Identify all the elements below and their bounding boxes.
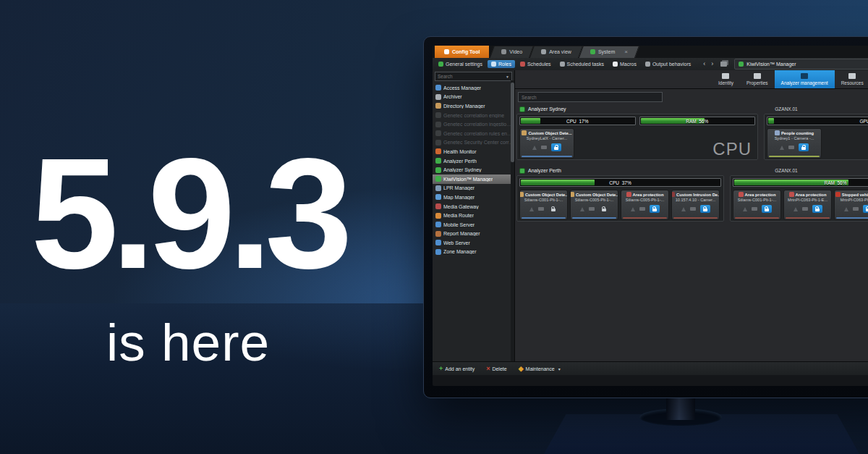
detail-tab-properties[interactable]: Properties [740,70,775,88]
lock-glyph [551,209,556,212]
back-icon[interactable]: ‹ [703,61,705,67]
toolbar-button-schedules[interactable]: Schedules [516,60,555,68]
camera-tile[interactable]: Area protectionStliams-C001-Plt-1-... [733,190,781,220]
tab-config-tool[interactable]: Config Tool [435,46,489,58]
sidebar-item-directory-manager[interactable]: Directory Manager [433,101,514,111]
sidebar-item-media-router[interactable]: Media Router [433,211,514,220]
toolbar-button-general-settings[interactable]: General settings [435,60,486,68]
area-protection-icon [789,192,794,197]
camera-tile[interactable]: Custom Object Dete...SydneyLaIX - Camer.… [519,128,574,159]
sidebar-item-mobile-server[interactable]: Mobile Server [433,220,514,230]
lock-icon[interactable] [548,205,558,213]
panes-icon[interactable] [720,62,727,67]
camera-tile[interactable]: Area protectionStliams-C005-Plt-1-... [621,190,669,220]
sidebar-item-access-manager[interactable]: Access Manager [433,83,514,93]
lock-icon[interactable] [599,205,609,213]
plus-icon: + [439,366,443,372]
sidebar-item-archiver[interactable]: Archiver [433,93,514,102]
sidebar-item-lpr-manager[interactable]: LPR Manager [433,184,514,193]
tab-label: Area view [549,49,571,54]
sidebar-item-label: KiwiVision™ Manager [443,177,493,182]
section-title: Analyzer Perth [528,168,561,173]
machine-panel: CPU 17%RAM 56%Custom Object Dete...Sydne… [516,114,758,160]
bottom-action-bar: +Add an entity×Delete◆Maintenance▾ [433,361,868,375]
bottom-button-maintenance[interactable]: ◆Maintenance▾ [519,366,561,372]
tiles-row: Custom Object Dete...Stliams-C001-Plt-1-… [519,190,721,220]
sidebar-scrollbar[interactable] [511,80,514,366]
sidebar-item-web-server[interactable]: Web Server [433,238,514,248]
tile-header: Custom Intrusion De... [672,192,719,197]
detail-tab-analyzer-management[interactable]: Analyzer management [775,70,835,88]
toolbar-button-scheduled-tasks[interactable]: Scheduled tasks [556,60,608,68]
custom-object-detection-icon [571,192,574,197]
sidebar-item-kiwivision-manager[interactable]: KiwiVision™ Manager [433,175,514,184]
usage-bars: CPU 17%RAM 56% [519,117,755,125]
tile-title: Area protection [633,193,664,197]
toolbar-button-label: Output behaviors [652,62,691,67]
bottom-button-add-an-entity[interactable]: +Add an entity [439,366,475,372]
tile-accent [522,217,566,219]
camera-tile[interactable]: Custom Object Dete...Stliams-C001-Plt-1-… [519,190,568,220]
sidebar-item-health-monitor[interactable]: Health Monitor [433,147,514,156]
tab-video[interactable]: Video [492,46,532,58]
lock-icon[interactable] [799,143,809,151]
detail-tab-identity[interactable]: Identity [712,70,740,88]
lock-icon[interactable] [812,205,822,213]
sidebar-item-label: Genetec correlation rules engine [443,131,514,136]
warning-icon [529,207,534,211]
filter-icon[interactable]: ▼ [506,75,509,79]
toolbar-buttons: General settingsRolesSchedulesScheduled … [435,60,694,68]
lock-icon[interactable] [762,205,772,213]
sidebar-item-report-manager[interactable]: Report Manager [433,230,514,239]
sidebar-item-analyzer-sydney[interactable]: Analyzer Sydney [433,165,514,175]
entity-icon [435,231,441,237]
tab-system[interactable]: System× [581,46,637,58]
entity-breadcrumb[interactable]: KiwiVision™ Manager [734,59,868,70]
camera-tile[interactable]: People countingSydney1 - Camera -... [767,128,822,159]
camera-tile[interactable]: Custom Intrusion De...10.157.4.10 - Came… [671,190,720,220]
toolbar-button-roles[interactable]: Roles [488,60,515,68]
tile-header: Custom Object Dete... [571,192,618,197]
sidebar-item-analyzer-perth[interactable]: Analyzer Perth [433,156,514,166]
caret-down-icon: ▾ [558,366,561,371]
forward-icon[interactable]: › [711,61,713,67]
lock-glyph [652,209,657,212]
sidebar-scrollbar-thumb[interactable] [511,83,514,162]
sidebar-search[interactable]: ▼ [435,72,512,81]
tab-close-icon[interactable]: × [624,49,628,55]
sidebar-item-media-gateway[interactable]: Media Gateway [433,202,514,211]
toolbar-button-output-behaviors[interactable]: Output behaviors [642,60,694,68]
bottom-button-delete[interactable]: ×Delete [486,366,507,372]
detail-tab-label: Identity [718,80,733,85]
sidebar-item-genetec-security-center-correlation-ada[interactable]: Genetec Security Center correlation ada.… [433,138,514,148]
warning-icon [681,207,686,211]
lock-icon[interactable] [551,143,561,151]
camera-tile[interactable]: Area protectionMrtnPl-C063-Plt-1-E... [783,190,832,220]
sidebar-item-genetec-correlation-rules-engine[interactable]: Genetec correlation rules engine [433,129,514,138]
main-search-input[interactable] [522,95,659,100]
sidebar-item-genetec-correlation-ingestion-engine[interactable]: Genetec correlation ingestion engine [433,119,514,129]
detail-tab-label: Resources [841,80,864,85]
tile-subtitle: Stliams-C001-Plt-1-... [520,198,567,202]
tiles-row: Area protectionStliams-C001-Plt-1-...Are… [733,190,868,220]
lock-icon[interactable] [863,205,868,213]
bottom-button-label: Add an entity [445,366,475,371]
sidebar-item-genetec-correlation-engine[interactable]: Genetec correlation engine [433,111,514,120]
tile-subtitle: Stliams-C001-Plt-1-... [733,198,780,202]
lock-icon[interactable] [700,205,710,213]
tile-title: Stopped vehicle d... [842,193,868,197]
sidebar-item-label: Analyzer Sydney [443,167,482,172]
camera-icon [802,207,808,211]
lock-icon[interactable] [650,205,660,213]
sidebar-item-zone-manager[interactable]: Zone Manager [433,248,514,257]
detail-tab-resources[interactable]: Resources [835,70,868,88]
tab-area-view[interactable]: Area view [532,46,581,58]
camera-tile[interactable]: Stopped vehicle d...MrtnPl-C063-Plt-1... [834,190,868,220]
toolbar-button-macros[interactable]: Macros [609,60,640,68]
sidebar-item-map-manager[interactable]: Map Manager [433,193,514,202]
main-search[interactable] [518,92,663,102]
machine-panel: GPU 2%People countingSydney1 - Camera -.… [764,114,868,160]
camera-tile[interactable]: Custom Object Dete...Stliams-C005-Plt-1-… [570,190,618,220]
sidebar-search-input[interactable] [438,74,499,79]
toolbar-button-label: Macros [620,62,637,67]
